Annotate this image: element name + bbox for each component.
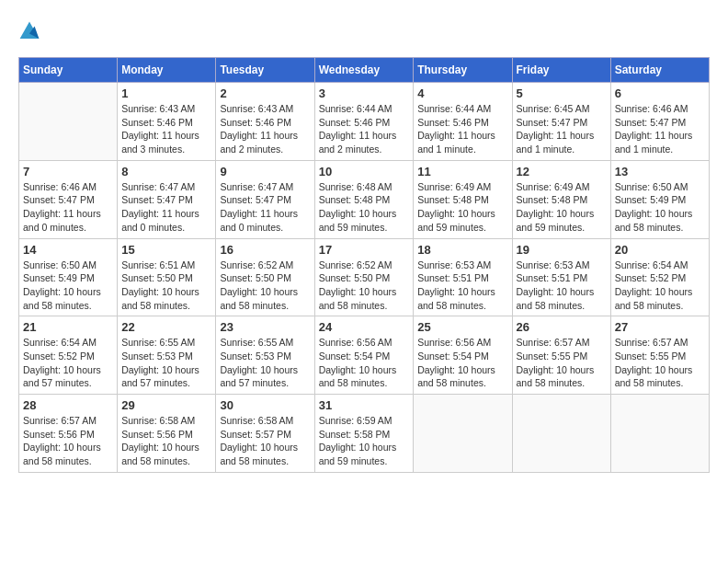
day-info: Sunrise: 6:58 AM Sunset: 5:56 PM Dayligh… bbox=[121, 414, 211, 468]
calendar-cell: 19Sunrise: 6:53 AM Sunset: 5:51 PM Dayli… bbox=[512, 238, 610, 316]
day-number: 2 bbox=[220, 86, 310, 100]
day-number: 1 bbox=[121, 86, 211, 100]
day-number: 31 bbox=[319, 398, 410, 412]
calendar-header-friday: Friday bbox=[512, 58, 610, 83]
day-info: Sunrise: 6:43 AM Sunset: 5:46 PM Dayligh… bbox=[121, 102, 211, 156]
calendar-cell: 16Sunrise: 6:52 AM Sunset: 5:50 PM Dayli… bbox=[216, 238, 314, 316]
calendar-cell: 29Sunrise: 6:58 AM Sunset: 5:56 PM Dayli… bbox=[118, 395, 216, 473]
calendar-cell: 2Sunrise: 6:43 AM Sunset: 5:46 PM Daylig… bbox=[216, 83, 314, 161]
calendar-header-sunday: Sunday bbox=[19, 58, 118, 83]
day-info: Sunrise: 6:54 AM Sunset: 5:52 PM Dayligh… bbox=[23, 336, 113, 390]
day-info: Sunrise: 6:52 AM Sunset: 5:50 PM Dayligh… bbox=[319, 259, 410, 313]
day-info: Sunrise: 6:57 AM Sunset: 5:55 PM Dayligh… bbox=[615, 336, 705, 390]
day-info: Sunrise: 6:52 AM Sunset: 5:50 PM Dayligh… bbox=[220, 259, 310, 313]
day-info: Sunrise: 6:53 AM Sunset: 5:51 PM Dayligh… bbox=[417, 259, 507, 313]
day-info: Sunrise: 6:55 AM Sunset: 5:53 PM Dayligh… bbox=[220, 336, 310, 390]
page-header bbox=[18, 18, 710, 42]
day-number: 13 bbox=[615, 165, 705, 178]
calendar-cell: 9Sunrise: 6:47 AM Sunset: 5:47 PM Daylig… bbox=[216, 160, 314, 238]
day-info: Sunrise: 6:43 AM Sunset: 5:46 PM Dayligh… bbox=[220, 102, 310, 156]
calendar-cell: 22Sunrise: 6:55 AM Sunset: 5:53 PM Dayli… bbox=[118, 316, 216, 395]
day-info: Sunrise: 6:57 AM Sunset: 5:55 PM Dayligh… bbox=[517, 336, 607, 390]
calendar-cell: 10Sunrise: 6:48 AM Sunset: 5:48 PM Dayli… bbox=[314, 160, 414, 238]
calendar-cell bbox=[19, 83, 118, 161]
day-info: Sunrise: 6:55 AM Sunset: 5:53 PM Dayligh… bbox=[121, 336, 211, 390]
day-info: Sunrise: 6:50 AM Sunset: 5:49 PM Dayligh… bbox=[615, 180, 705, 235]
day-info: Sunrise: 6:45 AM Sunset: 5:47 PM Dayligh… bbox=[517, 102, 607, 156]
calendar-cell: 11Sunrise: 6:49 AM Sunset: 5:48 PM Dayli… bbox=[414, 160, 512, 238]
day-number: 27 bbox=[615, 320, 705, 334]
day-info: Sunrise: 6:48 AM Sunset: 5:48 PM Dayligh… bbox=[319, 180, 410, 235]
calendar-cell bbox=[414, 395, 512, 473]
day-number: 29 bbox=[121, 398, 211, 412]
day-number: 6 bbox=[615, 86, 705, 100]
day-info: Sunrise: 6:58 AM Sunset: 5:57 PM Dayligh… bbox=[220, 414, 310, 468]
day-info: Sunrise: 6:53 AM Sunset: 5:51 PM Dayligh… bbox=[517, 259, 607, 313]
calendar-cell: 30Sunrise: 6:58 AM Sunset: 5:57 PM Dayli… bbox=[216, 395, 314, 473]
day-number: 20 bbox=[615, 243, 705, 257]
calendar-header-monday: Monday bbox=[118, 58, 216, 83]
day-number: 24 bbox=[319, 320, 410, 334]
day-info: Sunrise: 6:59 AM Sunset: 5:58 PM Dayligh… bbox=[319, 414, 410, 468]
day-info: Sunrise: 6:49 AM Sunset: 5:48 PM Dayligh… bbox=[517, 180, 607, 235]
day-number: 23 bbox=[220, 320, 310, 334]
calendar-header-tuesday: Tuesday bbox=[216, 58, 314, 83]
calendar-cell: 20Sunrise: 6:54 AM Sunset: 5:52 PM Dayli… bbox=[610, 238, 709, 316]
day-number: 30 bbox=[220, 398, 310, 412]
logo bbox=[18, 18, 44, 42]
day-number: 15 bbox=[121, 243, 211, 257]
day-info: Sunrise: 6:47 AM Sunset: 5:47 PM Dayligh… bbox=[121, 180, 211, 235]
day-number: 9 bbox=[220, 165, 310, 178]
calendar-cell: 31Sunrise: 6:59 AM Sunset: 5:58 PM Dayli… bbox=[314, 395, 414, 473]
calendar-cell: 26Sunrise: 6:57 AM Sunset: 5:55 PM Dayli… bbox=[512, 316, 610, 395]
calendar-week-1: 1Sunrise: 6:43 AM Sunset: 5:46 PM Daylig… bbox=[19, 83, 710, 161]
day-number: 19 bbox=[517, 243, 607, 257]
logo-icon bbox=[18, 20, 40, 42]
calendar-cell: 7Sunrise: 6:46 AM Sunset: 5:47 PM Daylig… bbox=[19, 160, 118, 238]
day-info: Sunrise: 6:51 AM Sunset: 5:50 PM Dayligh… bbox=[121, 259, 211, 313]
calendar-cell: 24Sunrise: 6:56 AM Sunset: 5:54 PM Dayli… bbox=[314, 316, 414, 395]
day-info: Sunrise: 6:44 AM Sunset: 5:46 PM Dayligh… bbox=[319, 102, 410, 156]
day-info: Sunrise: 6:57 AM Sunset: 5:56 PM Dayligh… bbox=[23, 414, 113, 468]
day-number: 18 bbox=[417, 243, 507, 257]
day-number: 7 bbox=[23, 165, 113, 178]
day-info: Sunrise: 6:50 AM Sunset: 5:49 PM Dayligh… bbox=[23, 259, 113, 313]
calendar-table: SundayMondayTuesdayWednesdayThursdayFrid… bbox=[18, 57, 710, 473]
day-info: Sunrise: 6:49 AM Sunset: 5:48 PM Dayligh… bbox=[417, 180, 507, 235]
day-number: 16 bbox=[220, 243, 310, 257]
day-info: Sunrise: 6:56 AM Sunset: 5:54 PM Dayligh… bbox=[417, 336, 507, 390]
day-info: Sunrise: 6:47 AM Sunset: 5:47 PM Dayligh… bbox=[220, 180, 310, 235]
day-info: Sunrise: 6:44 AM Sunset: 5:46 PM Dayligh… bbox=[417, 102, 507, 156]
calendar-header-wednesday: Wednesday bbox=[314, 58, 414, 83]
day-info: Sunrise: 6:46 AM Sunset: 5:47 PM Dayligh… bbox=[23, 180, 113, 235]
day-info: Sunrise: 6:56 AM Sunset: 5:54 PM Dayligh… bbox=[319, 336, 410, 390]
calendar-cell bbox=[610, 395, 709, 473]
calendar-cell: 8Sunrise: 6:47 AM Sunset: 5:47 PM Daylig… bbox=[118, 160, 216, 238]
calendar-header-saturday: Saturday bbox=[610, 58, 709, 83]
calendar-cell bbox=[512, 395, 610, 473]
day-number: 25 bbox=[417, 320, 507, 334]
day-number: 17 bbox=[319, 243, 410, 257]
day-number: 21 bbox=[23, 320, 113, 334]
calendar-cell: 17Sunrise: 6:52 AM Sunset: 5:50 PM Dayli… bbox=[314, 238, 414, 316]
calendar-cell: 23Sunrise: 6:55 AM Sunset: 5:53 PM Dayli… bbox=[216, 316, 314, 395]
day-info: Sunrise: 6:54 AM Sunset: 5:52 PM Dayligh… bbox=[615, 259, 705, 313]
calendar-cell: 18Sunrise: 6:53 AM Sunset: 5:51 PM Dayli… bbox=[414, 238, 512, 316]
day-number: 4 bbox=[417, 86, 507, 100]
day-number: 11 bbox=[417, 165, 507, 178]
calendar-week-3: 14Sunrise: 6:50 AM Sunset: 5:49 PM Dayli… bbox=[19, 238, 710, 316]
calendar-week-5: 28Sunrise: 6:57 AM Sunset: 5:56 PM Dayli… bbox=[19, 395, 710, 473]
calendar-cell: 12Sunrise: 6:49 AM Sunset: 5:48 PM Dayli… bbox=[512, 160, 610, 238]
calendar-cell: 5Sunrise: 6:45 AM Sunset: 5:47 PM Daylig… bbox=[512, 83, 610, 161]
calendar-cell: 27Sunrise: 6:57 AM Sunset: 5:55 PM Dayli… bbox=[610, 316, 709, 395]
calendar-cell: 15Sunrise: 6:51 AM Sunset: 5:50 PM Dayli… bbox=[118, 238, 216, 316]
calendar-header-row: SundayMondayTuesdayWednesdayThursdayFrid… bbox=[19, 58, 710, 83]
day-number: 12 bbox=[517, 165, 607, 178]
calendar-week-4: 21Sunrise: 6:54 AM Sunset: 5:52 PM Dayli… bbox=[19, 316, 710, 395]
calendar-cell: 14Sunrise: 6:50 AM Sunset: 5:49 PM Dayli… bbox=[19, 238, 118, 316]
day-number: 26 bbox=[517, 320, 607, 334]
day-number: 5 bbox=[517, 86, 607, 100]
day-number: 3 bbox=[319, 86, 410, 100]
calendar-cell: 25Sunrise: 6:56 AM Sunset: 5:54 PM Dayli… bbox=[414, 316, 512, 395]
calendar-cell: 4Sunrise: 6:44 AM Sunset: 5:46 PM Daylig… bbox=[414, 83, 512, 161]
